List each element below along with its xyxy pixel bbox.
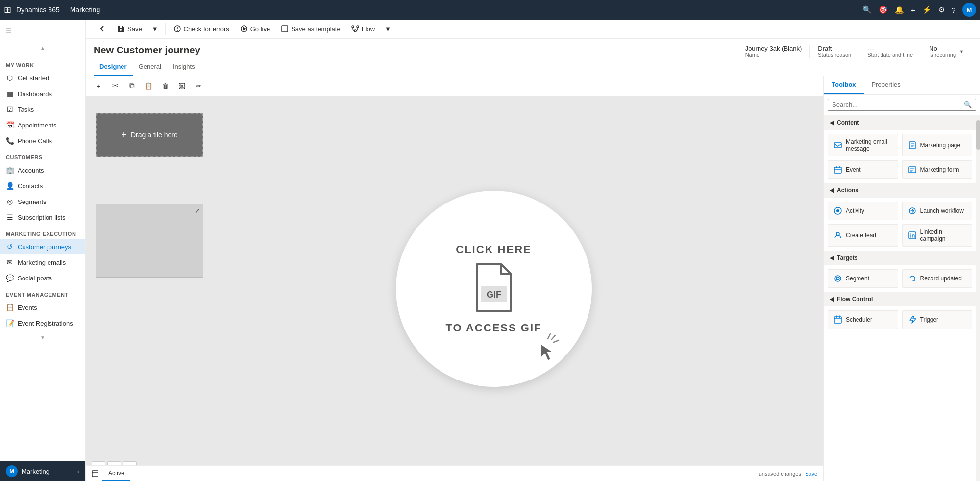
section-actions-header[interactable]: ◀ Actions bbox=[824, 183, 976, 198]
search-icon[interactable]: 🔍 bbox=[862, 5, 872, 14]
scroll-thumb[interactable] bbox=[976, 120, 980, 150]
section-flow-control-label: Flow Control bbox=[837, 296, 873, 303]
sidebar-item-get-started[interactable]: ⬡ Get started bbox=[0, 70, 85, 86]
search-input-wrap[interactable]: 🔍 bbox=[828, 99, 976, 111]
svg-rect-20 bbox=[92, 471, 98, 477]
check-errors-button[interactable]: Check for errors bbox=[169, 23, 234, 35]
paste-btn[interactable]: 📋 bbox=[142, 79, 155, 93]
flow-dropdown-arrow[interactable]: ▼ bbox=[381, 23, 395, 35]
svg-line-10 bbox=[554, 340, 559, 342]
section-content-header[interactable]: ◀ Content bbox=[824, 115, 976, 130]
save-button[interactable]: Save bbox=[112, 23, 147, 35]
sidebar-item-customer-journeys[interactable]: ↺ Customer journeys bbox=[0, 239, 85, 254]
right-panel-scrollbar[interactable] bbox=[976, 115, 980, 481]
search-input[interactable] bbox=[832, 101, 961, 108]
toolbox-tab[interactable]: Toolbox bbox=[824, 76, 864, 94]
marketing-emails-icon: ✉ bbox=[6, 258, 14, 266]
sidebar-item-events[interactable]: 📋 Events bbox=[0, 300, 85, 315]
gif-text-bottom: TO ACCESS GIF bbox=[446, 322, 542, 334]
toolbox-marketing-form[interactable]: Marketing form bbox=[902, 160, 973, 179]
create-lead-icon bbox=[833, 230, 843, 240]
sidebar-item-accounts[interactable]: 🏢 Accounts bbox=[0, 162, 85, 178]
go-live-button[interactable]: Go live bbox=[235, 23, 275, 35]
activity-icon bbox=[833, 206, 843, 216]
marketing-email-icon bbox=[833, 140, 843, 150]
grid-icon[interactable]: ⊞ bbox=[4, 4, 11, 15]
toolbox-marketing-page[interactable]: Marketing page bbox=[902, 134, 973, 156]
tile-plus-icon: + bbox=[121, 129, 127, 141]
delete-btn[interactable]: 🗑 bbox=[158, 79, 172, 93]
top-nav-right: 🔍 🎯 🔔 + ⚡ ⚙ ? M bbox=[862, 3, 976, 17]
sidebar-item-social-posts[interactable]: 💬 Social posts bbox=[0, 270, 85, 286]
sidebar-item-dashboards[interactable]: ▦ Dashboards bbox=[0, 86, 85, 101]
add-tile-btn[interactable]: + bbox=[92, 79, 105, 93]
settings-icon[interactable]: ⚙ bbox=[938, 5, 945, 14]
events-icon: 📋 bbox=[6, 304, 14, 311]
svg-point-30 bbox=[836, 277, 839, 280]
properties-tab[interactable]: Properties bbox=[864, 76, 908, 94]
sidebar-item-subscription-lists[interactable]: ☰ Subscription lists bbox=[0, 209, 85, 225]
flow-button[interactable]: Flow bbox=[346, 23, 380, 35]
toolbox-event[interactable]: Event bbox=[828, 160, 898, 179]
page-header: New Customer journey Journey 3ak (Blank)… bbox=[86, 39, 980, 58]
avatar[interactable]: M bbox=[962, 3, 976, 17]
toolbox-create-lead[interactable]: Create lead bbox=[828, 224, 898, 247]
toolbox-activity-label: Activity bbox=[846, 207, 864, 214]
scroll-up-btn[interactable]: ▲ bbox=[0, 43, 85, 52]
segment-icon bbox=[833, 274, 843, 283]
sidebar-item-segments[interactable]: ◎ Segments bbox=[0, 194, 85, 209]
back-button[interactable] bbox=[94, 23, 111, 35]
target-icon[interactable]: 🎯 bbox=[879, 5, 888, 14]
page-view-icon[interactable] bbox=[92, 470, 98, 477]
scroll-down-btn[interactable]: ▼ bbox=[0, 333, 85, 342]
sidebar-item-marketing-emails[interactable]: ✉ Marketing emails bbox=[0, 254, 85, 270]
status-tab-active[interactable]: Active bbox=[102, 467, 130, 481]
section-targets-header[interactable]: ◀ Targets bbox=[824, 251, 976, 265]
filter-icon[interactable]: ⚡ bbox=[922, 5, 931, 14]
search-icon: 🔍 bbox=[964, 101, 972, 108]
tile-placeholder-label: Drag a tile here bbox=[131, 131, 178, 139]
sidebar-collapse-icon[interactable]: ‹ bbox=[77, 468, 79, 475]
cut-btn[interactable]: ✂ bbox=[108, 79, 122, 93]
sidebar-item-contacts[interactable]: 👤 Contacts bbox=[0, 178, 85, 194]
help-icon[interactable]: ? bbox=[952, 6, 956, 14]
edit-btn[interactable]: ✏ bbox=[192, 79, 205, 93]
sidebar-item-appointments[interactable]: 📅 Appointments bbox=[0, 117, 85, 133]
section-flow-control-header[interactable]: ◀ Flow Control bbox=[824, 292, 976, 306]
unsaved-changes: unsaved changes bbox=[759, 471, 801, 477]
quick-save-btn[interactable]: Save bbox=[805, 471, 817, 477]
tab-insights[interactable]: Insights bbox=[167, 58, 201, 76]
toolbox-record-updated[interactable]: Record updated bbox=[902, 269, 973, 288]
sidebar-bottom[interactable]: M Marketing ‹ bbox=[0, 461, 85, 481]
tile-expand-icon[interactable]: ⤢ bbox=[195, 207, 200, 214]
meta-recurring-value: No bbox=[929, 45, 956, 52]
plus-icon[interactable]: + bbox=[911, 6, 915, 14]
toolbox-linkedin-campaign[interactable]: LinkedIn campaign bbox=[902, 224, 973, 247]
tile-placeholder[interactable]: + Drag a tile here bbox=[96, 113, 203, 157]
toolbox-launch-workflow[interactable]: Launch workflow bbox=[902, 202, 973, 220]
gif-text-top: CLICK HERE bbox=[456, 243, 531, 256]
sidebar-hamburger[interactable]: ☰ bbox=[0, 24, 85, 39]
sidebar-item-phone-calls[interactable]: 📞 Phone Calls bbox=[0, 133, 85, 149]
toolbox-trigger[interactable]: Trigger bbox=[902, 310, 973, 329]
save-as-template-button[interactable]: Save as template bbox=[276, 23, 345, 35]
tab-general[interactable]: General bbox=[133, 58, 167, 76]
copy-btn[interactable]: ⧉ bbox=[125, 79, 139, 93]
canvas-tile-preview[interactable]: ⤢ bbox=[96, 204, 203, 278]
meta-date-label: Start date and time bbox=[867, 52, 913, 58]
meta-expand-icon[interactable]: ▼ bbox=[959, 49, 964, 54]
toolbox-event-label: Event bbox=[846, 166, 861, 173]
bell-icon[interactable]: 🔔 bbox=[895, 5, 904, 14]
designer-canvas-area: + ✂ ⧉ 📋 🗑 🖼 ✏ + Drag a tile here bbox=[86, 76, 823, 481]
toolbox-marketing-email[interactable]: Marketing email message bbox=[828, 134, 898, 156]
sidebar-item-event-registrations[interactable]: 📝 Event Registrations bbox=[0, 315, 85, 331]
tab-designer[interactable]: Designer bbox=[94, 58, 133, 76]
toolbox-segment[interactable]: Segment bbox=[828, 269, 898, 288]
save-dropdown-arrow[interactable]: ▼ bbox=[148, 23, 162, 35]
sidebar-item-tasks[interactable]: ☑ Tasks bbox=[0, 101, 85, 117]
event-registrations-icon: 📝 bbox=[6, 319, 14, 327]
toolbox-scheduler[interactable]: Scheduler bbox=[828, 310, 898, 329]
image-btn[interactable]: 🖼 bbox=[175, 79, 189, 93]
right-panel: Toolbox Properties 🔍 ◀ bbox=[823, 76, 980, 481]
toolbox-activity[interactable]: Activity bbox=[828, 202, 898, 220]
